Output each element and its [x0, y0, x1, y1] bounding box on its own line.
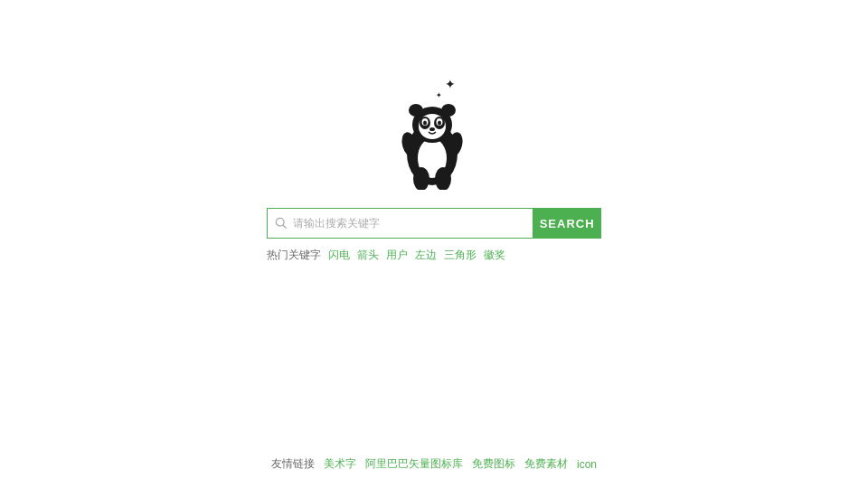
- svg-line-20: [283, 225, 286, 228]
- svg-point-12: [429, 127, 435, 131]
- svg-point-11: [438, 121, 441, 126]
- svg-text:✦: ✦: [445, 77, 456, 91]
- svg-text:✦: ✦: [436, 91, 442, 99]
- hot-keyword-4[interactable]: 三角形: [444, 248, 476, 263]
- footer-link-2[interactable]: 免费图标: [472, 456, 515, 472]
- search-area: SEARCH: [267, 208, 601, 239]
- svg-point-14: [441, 104, 456, 117]
- footer-link-0[interactable]: 美术字: [324, 456, 356, 472]
- hot-keyword-2[interactable]: 用户: [386, 248, 408, 263]
- panda-logo: ✦ ✦: [398, 72, 470, 190]
- footer-link-3[interactable]: 免费素材: [524, 456, 568, 472]
- search-box: [267, 208, 533, 239]
- hot-keywords-row: 热门关键字 闪电 箭头 用户 左边 三角形 徽奖: [267, 248, 601, 263]
- svg-point-10: [423, 121, 427, 126]
- svg-point-18: [435, 167, 451, 190]
- hot-keyword-1[interactable]: 箭头: [357, 248, 379, 263]
- logo-area: ✦ ✦: [398, 72, 470, 190]
- hot-keywords-label: 热门关键字: [267, 248, 321, 263]
- footer-link-1[interactable]: 阿里巴巴矢量图标库: [365, 456, 463, 472]
- hot-keyword-5[interactable]: 徽奖: [484, 248, 505, 263]
- search-button[interactable]: SEARCH: [533, 208, 601, 239]
- svg-point-13: [409, 104, 423, 117]
- search-input[interactable]: [293, 217, 525, 230]
- footer-label: 友情链接: [271, 456, 315, 472]
- search-icon: [275, 217, 288, 230]
- footer-link-4[interactable]: icon: [577, 458, 597, 471]
- svg-point-17: [413, 167, 429, 190]
- hot-keyword-0[interactable]: 闪电: [328, 248, 350, 263]
- hot-keyword-3[interactable]: 左边: [415, 248, 437, 263]
- footer: 友情链接 美术字 阿里巴巴矢量图标库 免费图标 免费素材 icon: [0, 456, 868, 472]
- main-content: ✦ ✦: [0, 0, 868, 263]
